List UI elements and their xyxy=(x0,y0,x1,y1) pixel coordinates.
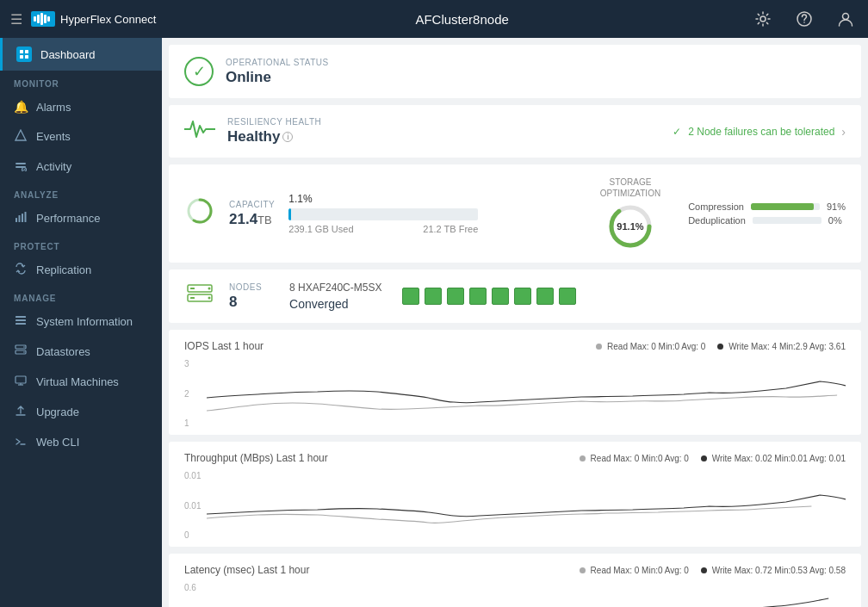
resiliency-card: RESILIENCY HEALTH Healthy i ✓ 2 Node fai… xyxy=(169,105,861,158)
resiliency-pulse-icon xyxy=(184,118,215,146)
analyze-section: ANALYZE xyxy=(0,182,162,203)
operational-status-label: OPERATIONAL STATUS xyxy=(226,58,329,67)
chevron-right-icon[interactable]: › xyxy=(841,125,846,139)
svg-rect-28 xyxy=(16,376,26,383)
svg-rect-20 xyxy=(25,212,27,222)
nodes-type: Converged xyxy=(289,297,381,311)
resiliency-content: RESILIENCY HEALTH Healthy i xyxy=(227,117,321,146)
datastores-label: Datastores xyxy=(36,345,90,358)
throughput-chart-plot xyxy=(207,471,846,540)
throughput-chart-title: Throughput (MBps) Last 1 hour xyxy=(184,452,328,464)
svg-rect-12 xyxy=(25,55,28,59)
throughput-write-legend: Write Max: 0.02 Min:0.01 Avg: 0.01 xyxy=(701,454,846,463)
node-square-5 xyxy=(492,288,509,305)
capacity-bar xyxy=(288,208,478,220)
main-content: ✓ OPERATIONAL STATUS Online RESILIENCY H… xyxy=(162,38,868,607)
capacity-label: CAPACITY xyxy=(229,200,275,209)
menu-icon[interactable]: ☰ xyxy=(10,11,22,28)
node-square-7 xyxy=(536,288,554,305)
iops-chart-area: 3 2 1 xyxy=(184,359,846,428)
latency-chart-title: Latency (msec) Last 1 hour xyxy=(184,564,309,576)
sidebar-item-system-information[interactable]: System Information xyxy=(0,307,162,337)
resiliency-label: RESILIENCY HEALTH xyxy=(227,117,321,127)
virtual-machines-icon xyxy=(14,375,28,389)
sidebar-item-web-cli[interactable]: Web CLI xyxy=(0,427,162,457)
dashboard-icon xyxy=(16,46,32,62)
alarms-icon: 🔔 xyxy=(14,100,28,114)
logo: HyperFlex Connect xyxy=(31,11,156,27)
sidebar: Dashboard MONITOR 🔔 Alarms Events xyxy=(0,38,162,607)
capacity-value: 21.4TB xyxy=(229,211,275,228)
capacity-bar-section: 1.1% 239.1 GB Used 21.2 TB Free xyxy=(288,193,573,234)
settings-icon[interactable] xyxy=(751,7,775,31)
svg-rect-22 xyxy=(16,319,26,321)
svg-rect-4 xyxy=(47,16,50,22)
compression-dedup-section: Compression 91% Deduplication 0% xyxy=(688,201,846,226)
donut-value: 91.1% xyxy=(617,221,643,232)
svg-rect-23 xyxy=(16,323,26,325)
latency-chart-card: Latency (msec) Last 1 hour Read Max: 0 M… xyxy=(169,554,861,607)
events-label: Events xyxy=(36,130,71,143)
svg-rect-3 xyxy=(44,15,46,23)
sidebar-item-alarms[interactable]: 🔔 Alarms xyxy=(0,92,162,121)
svg-rect-9 xyxy=(20,50,23,53)
protect-section: PROTECT xyxy=(0,233,162,255)
upgrade-icon xyxy=(14,405,28,419)
iops-chart-plot xyxy=(207,359,846,428)
svg-rect-2 xyxy=(40,13,43,25)
throughput-chart-legend: Read Max: 0 Min:0 Avg: 0 Write Max: 0.02… xyxy=(580,454,846,463)
replication-icon xyxy=(14,263,28,277)
system-information-icon xyxy=(14,314,28,329)
svg-point-38 xyxy=(208,288,211,290)
sidebar-item-events[interactable]: Events xyxy=(0,121,162,152)
compression-bar-fill xyxy=(751,203,814,210)
performance-icon xyxy=(14,211,28,226)
capacity-icon xyxy=(184,197,215,231)
cisco-logo-icon xyxy=(31,11,55,27)
latency-chart-area: 0.6 0.4 0.2 xyxy=(184,583,846,607)
capacity-card: CAPACITY 21.4TB 1.1% 239.1 GB Used 21.2 … xyxy=(169,164,861,263)
svg-rect-14 xyxy=(16,163,26,164)
svg-point-27 xyxy=(23,351,25,353)
sidebar-item-performance[interactable]: Performance xyxy=(0,203,162,233)
manage-section: MANAGE xyxy=(0,285,162,307)
latency-chart-plot xyxy=(207,583,846,607)
nodes-count: 8 xyxy=(229,294,262,311)
sidebar-item-dashboard[interactable]: Dashboard xyxy=(0,38,162,71)
sidebar-item-datastores[interactable]: Datastores xyxy=(0,337,162,367)
svg-point-39 xyxy=(208,297,211,300)
svg-rect-41 xyxy=(190,297,195,299)
iops-chart-header: IOPS Last 1 hour Read Max: 0 Min:0 Avg: … xyxy=(184,340,846,352)
svg-point-8 xyxy=(843,14,849,20)
iops-chart-title: IOPS Last 1 hour xyxy=(184,340,264,352)
latency-chart-legend: Read Max: 0 Min:0 Avg: 0 Write Max: 0.72… xyxy=(580,566,846,575)
compression-bar xyxy=(751,203,820,210)
svg-marker-13 xyxy=(16,130,26,140)
dashboard-label: Dashboard xyxy=(40,48,96,61)
sidebar-item-activity[interactable]: Activity xyxy=(0,152,162,182)
node-square-1 xyxy=(402,288,419,305)
svg-rect-18 xyxy=(19,215,21,222)
monitor-section: MONITOR xyxy=(0,71,162,92)
help-icon[interactable] xyxy=(792,7,816,31)
svg-point-5 xyxy=(760,16,766,22)
activity-icon xyxy=(14,159,28,174)
capacity-bar-labels: 239.1 GB Used 21.2 TB Free xyxy=(288,224,478,234)
iops-read-legend: Read Max: 0 Min:0 Avg: 0 xyxy=(596,342,705,351)
throughput-yaxis: 0.01 0.01 0 xyxy=(184,471,205,540)
resiliency-info-icon[interactable]: i xyxy=(282,132,293,142)
sidebar-item-virtual-machines[interactable]: Virtual Machines xyxy=(0,367,162,397)
user-icon[interactable] xyxy=(834,7,858,31)
iops-yaxis: 3 2 1 xyxy=(184,359,205,428)
svg-point-26 xyxy=(23,346,25,348)
node-square-3 xyxy=(447,288,464,305)
operational-status-value: Online xyxy=(226,69,329,86)
sidebar-item-upgrade[interactable]: Upgrade xyxy=(0,397,162,427)
latency-yaxis: 0.6 0.4 0.2 xyxy=(184,583,205,607)
alarms-label: Alarms xyxy=(36,101,71,114)
svg-rect-40 xyxy=(190,288,195,289)
throughput-read-legend: Read Max: 0 Min:0 Avg: 0 xyxy=(580,454,689,463)
nodes-model: 8 HXAF240C-M5SX xyxy=(289,282,381,294)
sidebar-item-replication[interactable]: Replication xyxy=(0,255,162,285)
svg-rect-11 xyxy=(20,55,23,59)
